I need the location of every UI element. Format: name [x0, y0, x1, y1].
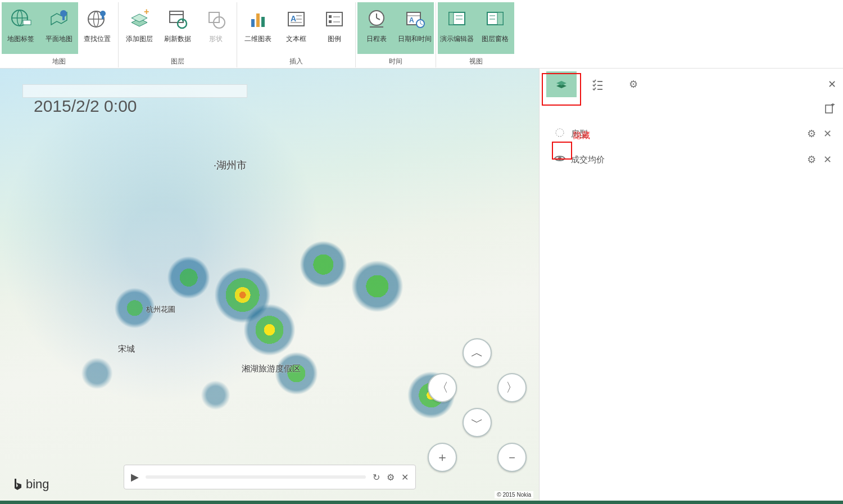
- svg-rect-6: [102, 15, 104, 19]
- svg-rect-1: [23, 20, 31, 25]
- flat-map-icon: [46, 6, 72, 33]
- playback-close-button[interactable]: ✕: [401, 472, 409, 483]
- bar-chart-icon: [244, 6, 271, 33]
- globe-label-icon: [7, 6, 34, 33]
- nav-down-button[interactable]: ﹀: [463, 408, 492, 437]
- svg-rect-8: [170, 11, 183, 22]
- legend-icon: [321, 6, 348, 33]
- timeline-label: 日程表: [366, 35, 387, 43]
- presentation-editor-button[interactable]: 演示编辑器: [438, 2, 476, 54]
- textbox-icon: A: [283, 6, 310, 33]
- ribbon-group-layers-label: 图层: [171, 57, 184, 67]
- svg-rect-37: [449, 12, 454, 25]
- nav-left-button[interactable]: 〈: [428, 373, 457, 402]
- ribbon-group-time: 日程表 A 日期和时间 时间: [356, 2, 436, 67]
- layer-settings-button[interactable]: ⚙: [804, 153, 819, 166]
- chart-2d-button[interactable]: 二维图表: [239, 2, 277, 54]
- map-nav-controls: ︿ 〈 〉 ﹀ ＋ －: [428, 338, 528, 473]
- chevron-right-icon: 〉: [506, 379, 518, 396]
- layer-pane-button[interactable]: 图层窗格: [476, 2, 514, 54]
- date-time-label: 日期和时间: [398, 35, 432, 43]
- svg-rect-15: [261, 17, 265, 27]
- chart-2d-label: 二维图表: [244, 35, 271, 43]
- layer-settings-button[interactable]: ⚙: [804, 128, 819, 140]
- ribbon-group-view: 演示编辑器 图层窗格 视图: [436, 2, 516, 67]
- nav-up-button[interactable]: ︿: [463, 338, 492, 367]
- presentation-editor-label: 演示编辑器: [440, 35, 474, 43]
- side-panel-close-button[interactable]: ✕: [828, 78, 836, 90]
- bing-b-icon: [12, 478, 24, 491]
- textbox-label: 文本框: [286, 35, 306, 43]
- svg-point-50: [556, 129, 564, 137]
- map-timestamp: 2015/2/2 0:00: [34, 97, 137, 116]
- map-labels-button[interactable]: 地图标签: [2, 2, 40, 54]
- add-page-icon: [824, 103, 835, 115]
- layer-remove-button[interactable]: ✕: [819, 128, 835, 140]
- layer-remove-button[interactable]: ✕: [819, 153, 835, 166]
- bing-text: bing: [26, 477, 49, 492]
- annotation-highlight-1: [542, 73, 581, 106]
- refresh-icon: [164, 6, 191, 33]
- time-playback-bar: ▶ ↻ ⚙ ✕: [124, 465, 416, 489]
- clock-icon: [363, 6, 390, 33]
- ribbon-group-insert: 二维图表 A 文本框 图例 插入: [237, 2, 356, 67]
- playback-settings-button[interactable]: ⚙: [387, 472, 395, 483]
- side-tab-list[interactable]: [582, 71, 613, 97]
- shape-icon: [202, 6, 229, 33]
- refresh-data-label: 刷新数据: [164, 35, 191, 43]
- list-check-icon: [591, 78, 604, 90]
- add-layer-icon: +: [126, 6, 153, 33]
- add-layer-plus-button[interactable]: [824, 103, 835, 117]
- ribbon-group-layers: + 添加图层 刷新数据 形状 图层: [119, 2, 237, 67]
- svg-rect-21: [327, 12, 342, 26]
- zoom-out-button[interactable]: －: [497, 443, 527, 472]
- side-toolbar: ⚙ ✕: [540, 69, 843, 100]
- zoom-in-button[interactable]: ＋: [428, 443, 457, 472]
- map-labels-label: 地图标签: [7, 35, 34, 43]
- map-copyright: © 2015 Nokia: [495, 491, 533, 498]
- ribbon-group-insert-label: 插入: [289, 57, 303, 67]
- svg-rect-14: [256, 13, 260, 27]
- layer-pane-icon: [482, 6, 509, 33]
- svg-rect-3: [62, 16, 65, 20]
- presentation-icon: [443, 6, 470, 33]
- loop-button[interactable]: ↻: [373, 472, 380, 483]
- add-layer-button[interactable]: + 添加图层: [120, 2, 158, 54]
- visibility-hidden-icon[interactable]: [553, 128, 566, 140]
- side-tab-settings[interactable]: ⚙: [618, 71, 649, 97]
- refresh-data-button[interactable]: 刷新数据: [158, 2, 197, 54]
- add-layer-label: 添加图层: [126, 35, 153, 43]
- minus-icon: －: [506, 449, 518, 466]
- play-button[interactable]: ▶: [131, 471, 139, 483]
- legend-button[interactable]: 图例: [315, 2, 353, 54]
- find-location-label: 查找位置: [84, 35, 111, 43]
- ribbon: 地图标签 平面地图 查找位置 地图 + 添加图层: [0, 0, 843, 69]
- globe-pin-icon: [84, 6, 111, 33]
- svg-rect-41: [497, 12, 503, 25]
- svg-rect-13: [251, 19, 255, 27]
- gear-icon: ⚙: [629, 78, 638, 90]
- playback-track[interactable]: [146, 475, 366, 479]
- svg-text:A: A: [409, 16, 414, 24]
- layer-name-room-type: 房型: [566, 129, 804, 139]
- textbox-button[interactable]: A 文本框: [277, 2, 315, 54]
- map-search-input[interactable]: [22, 84, 247, 98]
- ribbon-group-time-label: 时间: [389, 57, 402, 67]
- date-time-button[interactable]: A 日期和时间: [396, 2, 434, 54]
- ribbon-group-map: 地图标签 平面地图 查找位置 地图: [0, 2, 119, 67]
- layer-row-avg-price[interactable]: 成交均价 ⚙ ✕: [540, 147, 843, 172]
- shape-button[interactable]: 形状: [197, 2, 235, 54]
- svg-rect-47: [826, 105, 832, 113]
- legend-label: 图例: [328, 35, 341, 43]
- layer-name-avg-price: 成交均价: [566, 155, 804, 165]
- timeline-button[interactable]: 日程表: [357, 2, 396, 54]
- annotation-highlight-2: [552, 142, 572, 160]
- chevron-down-icon: ﹀: [471, 414, 483, 431]
- find-location-button[interactable]: 查找位置: [78, 2, 116, 54]
- map-viewport[interactable]: 2015/2/2 0:00 ·湖州市 湘湖旅游度假区 杭州花圃 宋城 ︿ 〈 〉…: [0, 69, 540, 504]
- flat-map-button[interactable]: 平面地图: [40, 2, 78, 54]
- ribbon-group-view-label: 视图: [469, 57, 483, 67]
- nav-right-button[interactable]: 〉: [497, 373, 527, 402]
- svg-text:+: +: [144, 8, 149, 16]
- chevron-left-icon: 〈: [436, 379, 448, 396]
